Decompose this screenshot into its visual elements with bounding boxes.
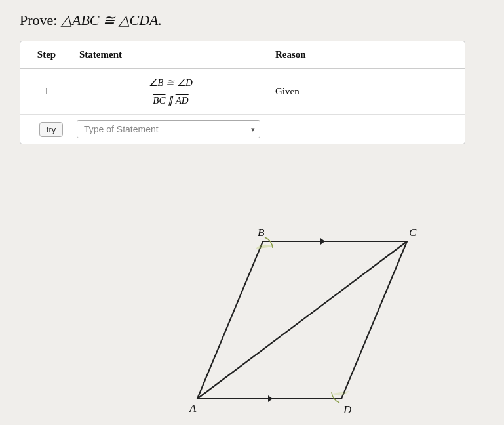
statement-input-cell: Type of Statement ▾ [73,117,269,141]
page-title: Prove: △ABC ≅ △CDA. [20,12,484,29]
svg-line-1 [197,241,407,399]
statement-line2: BC ∥ AD [79,92,262,110]
header-statement: Statement [73,47,269,63]
statement-line1: ∠B ≅ ∠D [79,74,262,92]
statement-dropdown-wrapper: Type of Statement ▾ [77,120,260,138]
title-math: △ABC ≅ △CDA. [61,12,162,28]
input-row: try Type of Statement ▾ [20,115,465,144]
proof-table: Step Statement Reason 1 ∠B ≅ ∠D BC ∥ AD … [20,41,465,144]
vertex-B: B [258,226,265,239]
geometry-figure: A B C D [0,202,504,425]
reason-input-cell [269,125,465,133]
header-step: Step [20,47,73,63]
vertex-D: D [343,403,352,416]
row-statement: ∠B ≅ ∠D BC ∥ AD [73,70,269,113]
table-header: Step Statement Reason [20,41,465,69]
try-button[interactable]: try [39,122,63,137]
row-reason: Given [269,82,465,101]
vertex-C: C [409,226,417,239]
svg-marker-3 [320,238,325,245]
svg-marker-5 [268,395,273,402]
geometry-svg: A B C D [178,222,427,425]
statement-type-dropdown[interactable]: Type of Statement [77,120,260,138]
vertex-A: A [189,402,197,415]
title-prefix: Prove: [20,12,61,28]
try-cell: try [20,118,73,141]
row-step: 1 [20,83,73,101]
header-reason: Reason [269,47,465,63]
table-row: 1 ∠B ≅ ∠D BC ∥ AD Given [20,69,465,115]
